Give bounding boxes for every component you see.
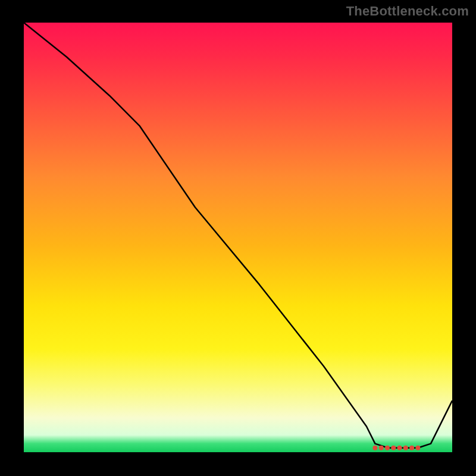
chart-marker bbox=[409, 446, 414, 450]
chart-marker bbox=[372, 446, 377, 450]
chart-line bbox=[24, 23, 452, 448]
chart-marker bbox=[391, 446, 396, 450]
chart-frame: TheBottleneck.com bbox=[0, 0, 476, 476]
chart-svg bbox=[0, 0, 476, 476]
chart-marker bbox=[379, 446, 384, 450]
chart-marker bbox=[397, 446, 402, 450]
chart-marker bbox=[403, 446, 408, 450]
chart-marker bbox=[385, 446, 390, 450]
chart-marker bbox=[415, 446, 420, 450]
